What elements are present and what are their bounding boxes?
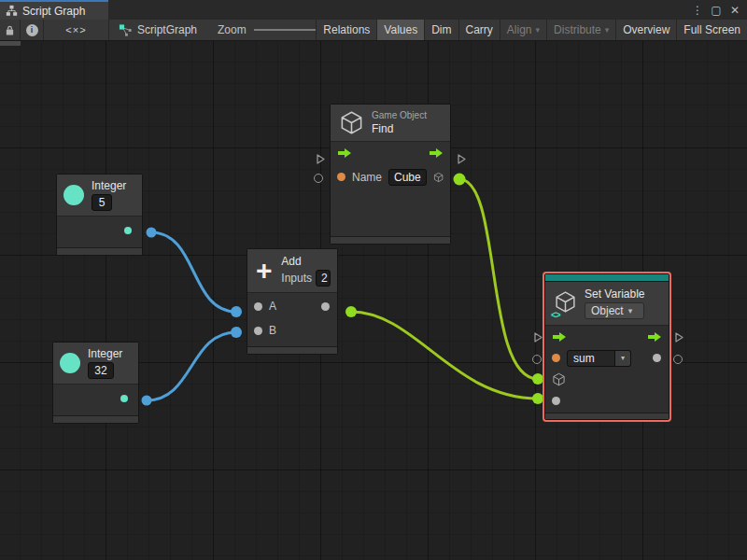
setvar-flow-out-port[interactable]: [673, 331, 684, 343]
node-footer: [247, 346, 337, 354]
node-title: Integer: [88, 347, 122, 360]
find-flow-in-port[interactable]: [315, 153, 326, 165]
node-title: Integer: [92, 179, 126, 192]
integer-type-icon: [63, 185, 84, 205]
integer-output-port[interactable]: [120, 395, 128, 402]
chevron-down-icon: ▾: [536, 25, 541, 35]
lock-icon: [5, 24, 15, 36]
toolbar-button-overview[interactable]: Overview: [615, 20, 676, 40]
node-category: Game Object: [372, 110, 427, 120]
window-menu-button[interactable]: ⋮: [689, 2, 706, 19]
find-flow-out-port[interactable]: [456, 153, 467, 165]
node-title: Find: [372, 122, 427, 135]
gameobject-cube-icon: [339, 110, 364, 135]
maximize-icon: ▢: [711, 4, 721, 17]
integer-value-field[interactable]: 5: [92, 194, 112, 211]
flow-out-arrow-icon[interactable]: [429, 147, 444, 159]
script-graph-icon: [119, 23, 133, 37]
variable-code-icon: <>: [551, 310, 560, 320]
node-integer-1[interactable]: Integer 5: [56, 174, 143, 256]
node-footer: [57, 247, 142, 255]
close-button[interactable]: ✕: [726, 2, 743, 19]
tab-script-graph[interactable]: Script Graph: [0, 0, 108, 20]
node-set-variable[interactable]: <> Set Variable Object ▾ sum ▾: [544, 273, 669, 420]
node-title: Set Variable: [585, 287, 644, 301]
node-integer-2[interactable]: Integer 32: [52, 342, 139, 424]
node-header[interactable]: Game Object Find: [331, 105, 450, 142]
node-add[interactable]: + Add Inputs 2 A B: [247, 248, 338, 355]
toolbar-button-distribute[interactable]: Distribute ▾: [546, 20, 615, 40]
button-label: Align: [507, 23, 532, 36]
chevron-down-icon: ▾: [621, 354, 625, 362]
button-label: Values: [384, 23, 417, 36]
node-gameobject-find[interactable]: Game Object Find Name Cube: [330, 104, 451, 245]
close-icon: ✕: [730, 4, 740, 17]
integer-output-port[interactable]: [124, 227, 132, 234]
variable-value-input-port[interactable]: [552, 397, 560, 405]
find-name-input-port[interactable]: [337, 173, 345, 181]
integer-type-icon: [60, 353, 80, 373]
name-value-field[interactable]: Cube: [388, 169, 427, 186]
toolbar-button-values[interactable]: Values: [376, 20, 424, 40]
lock-button[interactable]: [0, 20, 21, 40]
button-label: Dim: [431, 23, 451, 36]
info-icon: i: [26, 24, 38, 36]
variable-kind-label: Object: [591, 303, 624, 318]
node-header[interactable]: <> Set Variable Object ▾: [545, 282, 669, 326]
inputs-count-field[interactable]: 2: [316, 270, 331, 287]
tab-title: Script Graph: [22, 5, 85, 18]
graph-toolbar: i <×> ScriptGraph Zoom 1x Relations Valu…: [0, 20, 747, 41]
button-label: Full Screen: [684, 23, 740, 36]
flow-in-arrow-icon[interactable]: [337, 147, 352, 159]
setvar-value-in-port[interactable]: [532, 355, 542, 364]
window-titlebar: Script Graph ⋮ ▢ ✕: [0, 0, 747, 20]
info-button[interactable]: i: [21, 20, 44, 40]
inputs-label: Inputs: [281, 272, 312, 285]
flow-out-arrow-icon[interactable]: [647, 331, 662, 343]
scrollbar-nub: [0, 41, 21, 46]
node-header[interactable]: + Add Inputs 2: [247, 249, 337, 293]
graph-breadcrumb[interactable]: ScriptGraph: [109, 20, 206, 40]
button-label: Overview: [623, 23, 669, 36]
variable-name-value[interactable]: sum: [567, 350, 615, 367]
zoom-label: Zoom: [218, 23, 247, 36]
maximize-button[interactable]: ▢: [708, 2, 725, 19]
setvar-value-out-port[interactable]: [673, 355, 683, 364]
port-label: A: [269, 300, 276, 313]
variable-kind-dropdown[interactable]: Object ▾: [585, 302, 644, 319]
node-header[interactable]: Integer 32: [53, 343, 138, 385]
chevron-down-icon: ▾: [605, 25, 610, 35]
integer-value-field[interactable]: 32: [88, 362, 114, 379]
add-input-b-port[interactable]: [254, 327, 262, 335]
variable-name-dropdown-button[interactable]: ▾: [615, 350, 631, 367]
toolbar-button-relations[interactable]: Relations: [316, 20, 376, 40]
name-label: Name: [352, 171, 382, 184]
add-input-a-port[interactable]: [254, 302, 262, 311]
variable-name-input-port[interactable]: [552, 354, 560, 362]
node-footer: [53, 415, 138, 423]
plus-icon: +: [254, 260, 274, 281]
variable-accent-bar: [545, 274, 669, 282]
add-output-port[interactable]: [321, 302, 330, 311]
code-icon: <×>: [65, 24, 86, 35]
object-target-port-icon[interactable]: [552, 372, 566, 386]
code-preview-button[interactable]: <×>: [44, 20, 109, 40]
button-label: Relations: [323, 23, 370, 36]
toolbar-button-align[interactable]: Align ▾: [500, 20, 546, 40]
chevron-down-icon: ▾: [628, 303, 633, 318]
setvar-flow-in-port[interactable]: [532, 331, 543, 343]
toolbar-button-dim[interactable]: Dim: [424, 20, 458, 40]
variable-output-port[interactable]: [653, 354, 661, 362]
graph-canvas[interactable]: Integer 5 Integer 32 + Add: [0, 41, 747, 560]
graph-name: ScriptGraph: [137, 23, 197, 36]
toolbar-button-carry[interactable]: Carry: [458, 20, 500, 40]
gameobject-output-icon[interactable]: [433, 170, 444, 185]
toolbar-button-fullscreen[interactable]: Full Screen: [676, 20, 747, 40]
flow-in-arrow-icon[interactable]: [552, 331, 567, 343]
find-value-in-port[interactable]: [314, 174, 323, 183]
menu-icon: ⋮: [692, 4, 703, 17]
port-label: B: [269, 324, 276, 337]
variable-name-select[interactable]: sum ▾: [567, 350, 631, 367]
node-header[interactable]: Integer 5: [57, 175, 142, 217]
node-footer: [545, 413, 669, 419]
